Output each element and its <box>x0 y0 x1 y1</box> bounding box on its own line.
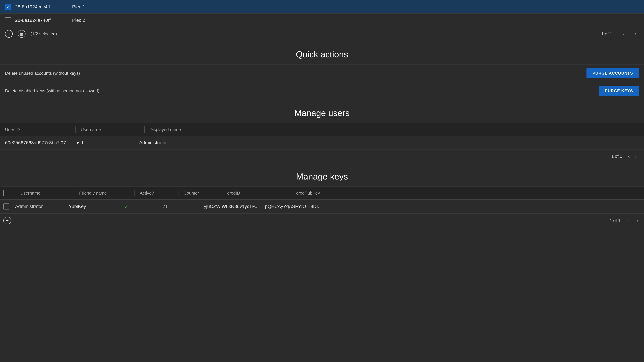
users-table-header: User ID Username Displayed name <box>0 123 644 136</box>
col-divider <box>76 126 76 133</box>
users-prev-btn[interactable]: ‹ <box>626 152 632 160</box>
col-header-user-id: User ID <box>5 127 76 132</box>
keys-prev-btn[interactable]: ‹ <box>626 217 632 224</box>
keys-col-friendly: Friendly name <box>79 191 134 196</box>
col-divider <box>222 190 222 196</box>
keys-header-checkbox[interactable] <box>3 190 10 196</box>
key-username-value: Administrator <box>15 204 69 209</box>
row-name-2: Piec 2 <box>72 17 639 23</box>
key-counter-value: 71 <box>163 204 201 209</box>
col-divider <box>74 190 74 196</box>
col-header-username: Username <box>81 127 144 132</box>
row-name-1: Piec 1 <box>72 4 639 9</box>
col-header-displayed: Displayed name <box>150 127 634 132</box>
displayed-name-value: Administrator <box>139 140 639 145</box>
keys-col-username: Username <box>20 191 74 196</box>
checkbox-item-2[interactable] <box>5 17 11 23</box>
key-active-value: ✓ <box>124 203 163 210</box>
keys-col-counter: Counter <box>184 191 222 196</box>
keys-col-credpubkey: credPubKey <box>296 191 641 196</box>
quick-actions-section: Quick actions Delete unused accounts (wi… <box>0 41 644 99</box>
keys-next-btn[interactable]: › <box>634 217 641 224</box>
keys-col-credid: credID <box>227 191 291 196</box>
purge-keys-button[interactable]: PURGE KEYS <box>599 86 639 96</box>
checkbox-item-1[interactable] <box>5 4 11 10</box>
key-row-checkbox-cell <box>3 203 15 210</box>
quick-actions-title: Quick actions <box>0 41 644 64</box>
key-credpubkey-value: pQECAyYgASFYIO-T8DI... <box>265 204 641 209</box>
manage-users-title: Manage users <box>0 99 644 123</box>
col-divider <box>178 190 178 196</box>
manage-keys-section: Manage keys Username Friendly name Activ… <box>0 163 644 227</box>
col-divider <box>291 190 291 196</box>
keys-col-active: Active? <box>140 191 178 196</box>
key-friendly-value: YubiKey <box>69 204 124 209</box>
row-id-2: 28-8a1924a740ff <box>15 17 72 23</box>
top-table-action-row: + 🗑 (1/2 selected) 1 of 1 ‹ › <box>0 27 644 41</box>
delete-button[interactable]: 🗑 <box>18 30 26 38</box>
selected-count: (1/2 selected) <box>30 31 57 36</box>
user-id-value: 60e25667663ad977c3bc7f07 <box>5 140 76 145</box>
add-button[interactable]: + <box>5 30 13 38</box>
top-table: 28-8a1924cec4ff Piec 1 28-8a1924a740ff P… <box>0 0 644 41</box>
purge-accounts-button[interactable]: PURGE ACCOUNTS <box>586 68 639 78</box>
row-id-1: 28-8a1924cec4ff <box>15 4 72 9</box>
keys-table-header: Username Friendly name Active? Counter c… <box>0 187 644 200</box>
users-pagination-row: 1 of 1 ‹ › <box>0 149 644 163</box>
users-next-btn[interactable]: › <box>632 152 639 160</box>
checkmark-icon: ✓ <box>124 203 129 210</box>
username-value: asd <box>76 140 139 145</box>
row-checkbox-cell <box>5 4 15 10</box>
users-pagination-info: 1 of 1 <box>611 154 622 159</box>
keys-table-row: Administrator YubiKey ✓ 71 _yjuCZWiWLkN3… <box>0 200 644 214</box>
table-row: 28-8a1924cec4ff Piec 1 <box>0 0 644 13</box>
keys-header-checkbox-cell <box>3 190 15 196</box>
purge-keys-label: Delete disabled keys (with assertion not… <box>5 88 99 93</box>
keys-add-button[interactable]: + <box>3 217 11 224</box>
top-next-btn[interactable]: › <box>632 30 639 37</box>
manage-users-section: Manage users User ID Username Displayed … <box>0 99 644 163</box>
keys-pagination-info: 1 of 1 <box>610 218 620 223</box>
keys-action-row: + 1 of 1 ‹ › <box>0 214 644 227</box>
quick-action-purge-keys: Delete disabled keys (with assertion not… <box>0 82 644 99</box>
row-checkbox-cell <box>5 17 15 23</box>
table-row: 28-8a1924a740ff Piec 2 <box>0 13 644 27</box>
col-divider <box>634 126 634 133</box>
key-credid-value: _yjuCZWiWLkN3uv1ycTP... <box>201 204 265 209</box>
users-table-row: 60e25667663ad977c3bc7f07 asd Administrat… <box>0 136 644 149</box>
manage-keys-title: Manage keys <box>0 163 644 187</box>
key-row-checkbox-1[interactable] <box>3 203 10 210</box>
col-divider <box>15 190 15 196</box>
top-prev-btn[interactable]: ‹ <box>620 30 627 37</box>
col-divider <box>134 190 135 196</box>
top-pagination-info: 1 of 1 <box>601 31 612 36</box>
quick-action-purge-accounts: Delete unused accounts (without keys) PU… <box>0 64 644 82</box>
purge-accounts-label: Delete unused accounts (without keys) <box>5 71 80 76</box>
